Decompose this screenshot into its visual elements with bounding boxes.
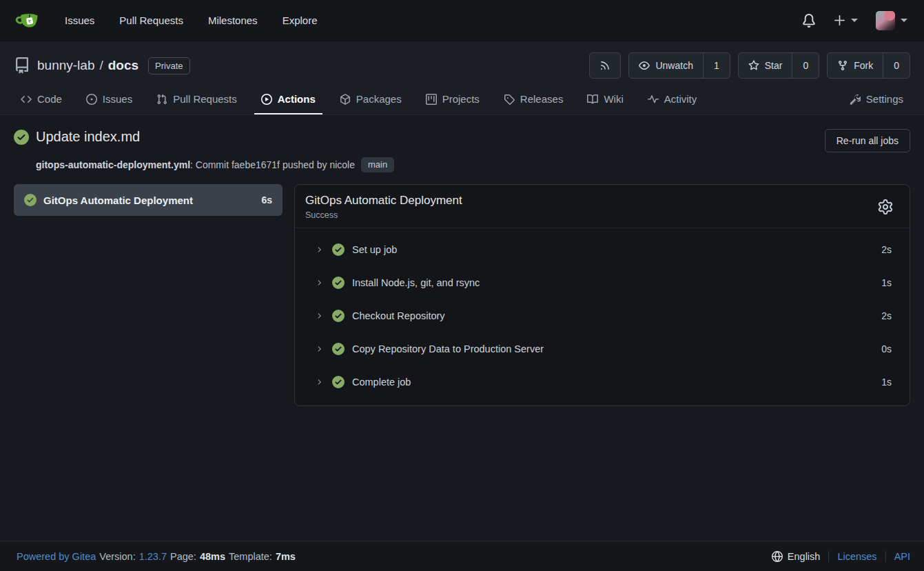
step-name: Copy Repository Data to Production Serve…: [352, 343, 544, 354]
repo-breadcrumb: bunny-lab/docs: [37, 58, 138, 73]
nav-link-explore[interactable]: Explore: [270, 0, 330, 41]
step-duration: 1s: [881, 377, 892, 388]
chevron-right-icon: [315, 378, 323, 386]
success-check-circle-icon: [14, 130, 29, 145]
repo-book-icon: [14, 57, 30, 74]
private-badge: Private: [148, 57, 189, 74]
actions-run-page: Update index.md Re-run all jobs gitops-a…: [0, 115, 924, 541]
nav-link-pull-requests[interactable]: Pull Requests: [107, 0, 196, 41]
step-duration: 2s: [881, 244, 892, 255]
steps-list: Set up job 2s Install Node.js, git, and …: [295, 228, 910, 405]
footer: Powered by Gitea Version: 1.23.7 Page: 4…: [0, 541, 924, 571]
plus-icon: [834, 14, 845, 26]
fork-icon: [837, 60, 848, 71]
tab-projects[interactable]: Projects: [419, 84, 486, 114]
repo-name-link[interactable]: docs: [108, 58, 138, 72]
tag-icon: [504, 94, 515, 105]
tab-issues[interactable]: Issues: [79, 84, 139, 114]
top-navbar: Issues Pull Requests Milestones Explore: [0, 0, 924, 41]
eye-icon: [639, 60, 650, 71]
tab-pull-requests[interactable]: Pull Requests: [150, 84, 244, 114]
book-icon: [587, 94, 598, 105]
play-circle-icon: [261, 94, 272, 105]
success-check-circle-icon: [332, 310, 345, 322]
run-subtitle: gitops-automatic-deployment.yml: Commit …: [36, 157, 910, 172]
step-name: Complete job: [352, 377, 411, 388]
powered-by-gitea-link[interactable]: Powered by Gitea: [17, 551, 96, 562]
job-list: GitOps Automatic Deployment 6s: [14, 184, 283, 216]
template-time: 7ms: [276, 551, 296, 562]
language-selector[interactable]: English: [763, 551, 829, 562]
tab-releases[interactable]: Releases: [497, 84, 571, 114]
step-duration: 0s: [881, 343, 892, 354]
chevron-down-icon: [851, 19, 858, 22]
wrench-icon: [850, 94, 861, 105]
forks-count[interactable]: 0: [883, 53, 910, 78]
repo-owner-link[interactable]: bunny-lab: [37, 58, 94, 72]
page-time: 48ms: [200, 551, 225, 562]
chevron-down-icon: [901, 19, 907, 22]
commit-info: : Commit faebe1671f pushed by nicole: [190, 159, 355, 170]
repo-action-buttons: Unwatch 1 Star 0 Fork 0: [589, 52, 910, 79]
unwatch-button[interactable]: Unwatch: [629, 53, 702, 78]
watch-button-group: Unwatch 1: [628, 52, 730, 79]
gear-icon[interactable]: [878, 199, 893, 214]
rerun-all-jobs-button[interactable]: Re-run all jobs: [825, 129, 910, 152]
tab-wiki[interactable]: Wiki: [580, 84, 630, 114]
code-icon: [21, 94, 32, 105]
chevron-right-icon: [315, 279, 323, 287]
fork-button[interactable]: Fork: [828, 53, 883, 78]
repo-tabs: Code Issues Pull Requests Actions Packag…: [14, 84, 910, 114]
nav-link-milestones[interactable]: Milestones: [196, 0, 270, 41]
gitea-logo-icon[interactable]: [15, 10, 41, 32]
star-button-group: Star 0: [738, 52, 819, 79]
page-label: Page:: [170, 551, 196, 562]
fork-button-group: Fork 0: [827, 52, 910, 79]
step-row[interactable]: Set up job 2s: [295, 233, 910, 266]
pull-request-icon: [156, 94, 167, 105]
step-row[interactable]: Install Node.js, git, and rsync 1s: [295, 266, 910, 299]
job-list-item[interactable]: GitOps Automatic Deployment 6s: [14, 184, 283, 216]
job-name: GitOps Automatic Deployment: [43, 194, 193, 206]
step-duration: 1s: [881, 277, 892, 288]
rss-button[interactable]: [589, 52, 621, 79]
step-row[interactable]: Checkout Repository 2s: [295, 299, 910, 332]
version-label: Version:: [99, 551, 135, 562]
version-link[interactable]: 1.23.7: [139, 551, 167, 562]
branch-badge[interactable]: main: [361, 157, 394, 172]
star-button[interactable]: Star: [739, 53, 792, 78]
step-row[interactable]: Copy Repository Data to Production Serve…: [295, 332, 910, 365]
job-duration: 6s: [261, 194, 272, 206]
licenses-link[interactable]: Licenses: [828, 551, 885, 562]
workflow-file-name[interactable]: gitops-automatic-deployment.yml: [36, 159, 190, 170]
success-check-circle-icon: [332, 277, 345, 289]
chevron-right-icon: [315, 246, 323, 254]
notifications-bell-icon[interactable]: [802, 14, 816, 28]
job-status-text: Success: [305, 210, 462, 220]
success-check-circle-icon: [332, 343, 345, 355]
step-name: Install Node.js, git, and rsync: [352, 277, 480, 288]
globe-icon: [772, 551, 783, 562]
step-row[interactable]: Complete job 1s: [295, 365, 910, 399]
success-check-circle-icon: [24, 194, 37, 206]
tab-packages[interactable]: Packages: [333, 84, 409, 114]
pulse-icon: [648, 94, 659, 105]
tab-actions[interactable]: Actions: [254, 84, 322, 114]
step-name: Set up job: [352, 244, 397, 255]
watchers-count[interactable]: 1: [703, 53, 730, 78]
tab-code[interactable]: Code: [14, 84, 69, 114]
avatar: [876, 11, 895, 30]
rss-icon: [599, 60, 610, 71]
repo-header: bunny-lab/docs Private Unwatch 1 Star: [0, 41, 924, 115]
breadcrumb-separator: /: [99, 58, 103, 72]
create-new-button[interactable]: [834, 14, 858, 26]
api-link[interactable]: API: [885, 551, 910, 562]
tab-settings[interactable]: Settings: [843, 84, 910, 114]
tab-activity[interactable]: Activity: [641, 84, 704, 114]
user-menu-button[interactable]: [876, 11, 907, 30]
template-label: Template:: [229, 551, 272, 562]
chevron-right-icon: [315, 345, 323, 353]
nav-link-issues[interactable]: Issues: [52, 0, 107, 41]
stars-count[interactable]: 0: [792, 53, 819, 78]
package-icon: [340, 94, 351, 105]
